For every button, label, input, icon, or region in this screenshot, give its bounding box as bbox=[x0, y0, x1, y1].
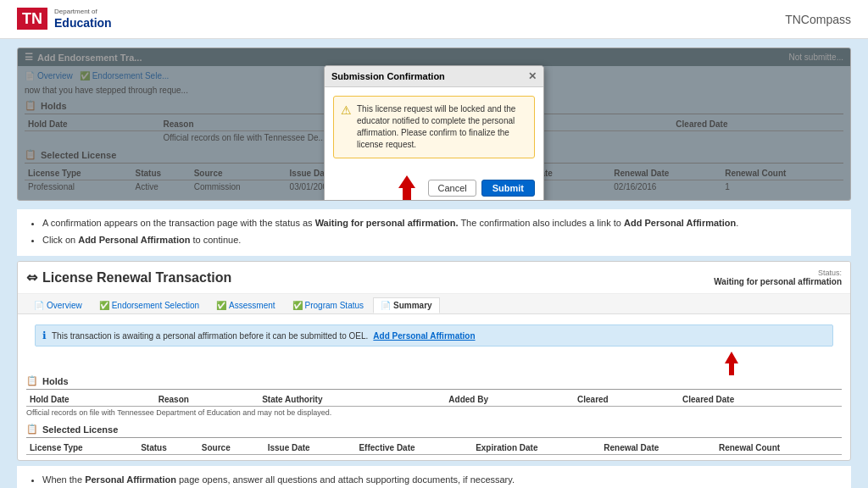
col-added-by: Added By bbox=[445, 393, 574, 407]
submit-button[interactable]: Submit bbox=[481, 180, 535, 197]
col-exp-b: Expiration Date bbox=[472, 441, 600, 455]
selected-license-title-bottom: Selected License bbox=[42, 424, 118, 435]
bullet-bottom-1: When the Personal Affirmation page opens… bbox=[42, 473, 841, 487]
warning-text: This license request will be locked and … bbox=[357, 103, 527, 151]
modal-title: Submission Confirmation bbox=[331, 71, 445, 81]
selected-license-header-bottom: 📋 Selected License bbox=[26, 424, 842, 438]
affirmation-bar: ℹ This transaction is awaiting a persona… bbox=[35, 324, 833, 347]
tab-program-bottom[interactable]: ✅ Program Status bbox=[285, 297, 371, 313]
dept-label: Department of bbox=[54, 8, 112, 16]
cancel-button[interactable]: Cancel bbox=[428, 180, 476, 197]
modal-title-bar: Submission Confirmation ✕ bbox=[325, 66, 543, 87]
col-cleared: Cleared bbox=[574, 393, 679, 407]
col-reason-b: Reason bbox=[155, 393, 259, 407]
bottom-bullets-section: When the Personal Affirmation page opens… bbox=[17, 466, 851, 488]
col-renc-b: Renewal Count bbox=[715, 441, 842, 455]
selected-license-section-bottom: 📋 Selected License License Type Status S… bbox=[26, 424, 842, 455]
tab-endorsement-label-2: Endorsement Selection bbox=[112, 301, 199, 310]
info-icon: ℹ bbox=[42, 330, 47, 341]
bottom-panel-header: ⇔ License Renewal Transaction Status: Wa… bbox=[18, 262, 850, 294]
holds-note: Official records on file with Tennessee … bbox=[26, 408, 842, 417]
col-lt-b: License Type bbox=[26, 441, 137, 455]
col-st-b: Status bbox=[137, 441, 198, 455]
modal-overlay: Submission Confirmation ✕ ⚠ This license… bbox=[18, 48, 850, 200]
top-endorsement-panel: ☰ Add Endorsement Tra... Not submitte...… bbox=[17, 47, 851, 201]
tab-overview-label-2: Overview bbox=[47, 301, 82, 310]
tab-assessment-label: Assessment bbox=[229, 301, 275, 310]
holds-title-bottom: Holds bbox=[42, 376, 69, 386]
holds-table-bottom: Hold Date Reason State Authority Added B… bbox=[26, 393, 842, 407]
col-eff-b: Effective Date bbox=[355, 441, 472, 455]
svg-marker-0 bbox=[398, 175, 415, 201]
tab-overview-bottom[interactable]: 📄 Overview bbox=[26, 297, 90, 313]
check-icon-2: ✅ bbox=[99, 301, 109, 310]
holds-header-bottom: 📋 Holds bbox=[26, 375, 842, 390]
modal-footer: Cancel Submit bbox=[325, 175, 543, 201]
app-name: TNCompass bbox=[785, 13, 851, 26]
tab-assessment-bottom[interactable]: ✅ Assessment bbox=[209, 297, 282, 313]
tab-summary-bottom[interactable]: 📄 Summary bbox=[373, 297, 440, 313]
col-hold-date-b: Hold Date bbox=[26, 393, 155, 407]
check-icon-4: ✅ bbox=[292, 301, 303, 310]
tab-summary-label: Summary bbox=[393, 301, 432, 310]
bullet-1: A confirmation appears on the transactio… bbox=[42, 216, 841, 230]
bottom-panel-body: ℹ This transaction is awaiting a persona… bbox=[18, 314, 850, 460]
red-arrow-icon bbox=[394, 175, 420, 201]
col-iss-b: Issue Date bbox=[264, 441, 356, 455]
panel-title: ⇔ License Renewal Transaction bbox=[26, 269, 231, 286]
edu-label: Education bbox=[54, 16, 112, 30]
bottom-tabs: 📄 Overview ✅ Endorsement Selection ✅ Ass… bbox=[18, 294, 850, 314]
check-icon-3: ✅ bbox=[216, 301, 226, 310]
status-area: Status: Waiting for personal affirmation bbox=[714, 269, 842, 286]
col-cleared-date-b: Cleared Date bbox=[679, 393, 842, 407]
tn-logo: TN bbox=[17, 8, 47, 30]
logo: TN Department of Education bbox=[17, 8, 112, 30]
selected-license-table-bottom: License Type Status Source Issue Date Ef… bbox=[26, 441, 842, 455]
panel-title-text: License Renewal Transaction bbox=[42, 270, 231, 286]
tab-program-label: Program Status bbox=[305, 301, 364, 310]
col-ren-b: Renewal Date bbox=[600, 441, 715, 455]
warning-icon: ⚠ bbox=[341, 103, 352, 117]
bottom-renewal-panel: ⇔ License Renewal Transaction Status: Wa… bbox=[17, 261, 851, 461]
add-personal-affirmation-link[interactable]: Add Personal Affirmation bbox=[373, 331, 475, 341]
col-state-auth: State Authority bbox=[259, 393, 445, 407]
doc-icon-3: 📄 bbox=[381, 301, 391, 310]
app-header: TN Department of Education TNCompass bbox=[0, 0, 868, 39]
modal-body: ⚠ This license request will be locked an… bbox=[325, 87, 543, 175]
arrow-container bbox=[26, 352, 842, 375]
svg-marker-1 bbox=[725, 352, 738, 375]
tab-endorsement-bottom[interactable]: ✅ Endorsement Selection bbox=[92, 297, 207, 313]
bullet-2: Click on Add Personal Affirmation to con… bbox=[42, 233, 841, 247]
affirmation-text: This transaction is awaiting a personal … bbox=[52, 331, 368, 341]
status-label: Status: bbox=[714, 269, 842, 277]
modal-close-button[interactable]: ✕ bbox=[528, 70, 537, 82]
holds-section-bottom: 📋 Holds Hold Date Reason State Authority… bbox=[26, 375, 842, 417]
main-content: ☰ Add Endorsement Tra... Not submitte...… bbox=[0, 39, 868, 488]
red-arrow-down-icon bbox=[723, 352, 740, 375]
title-icon: ⇔ bbox=[26, 269, 37, 286]
col-src-b: Source bbox=[198, 441, 264, 455]
doc-icon-2: 📄 bbox=[34, 301, 44, 310]
status-value: Waiting for personal affirmation bbox=[714, 277, 842, 286]
modal-warning-box: ⚠ This license request will be locked an… bbox=[333, 96, 535, 158]
submission-confirmation-modal: Submission Confirmation ✕ ⚠ This license… bbox=[324, 65, 544, 201]
top-bullets-section: A confirmation appears on the transactio… bbox=[17, 209, 851, 256]
